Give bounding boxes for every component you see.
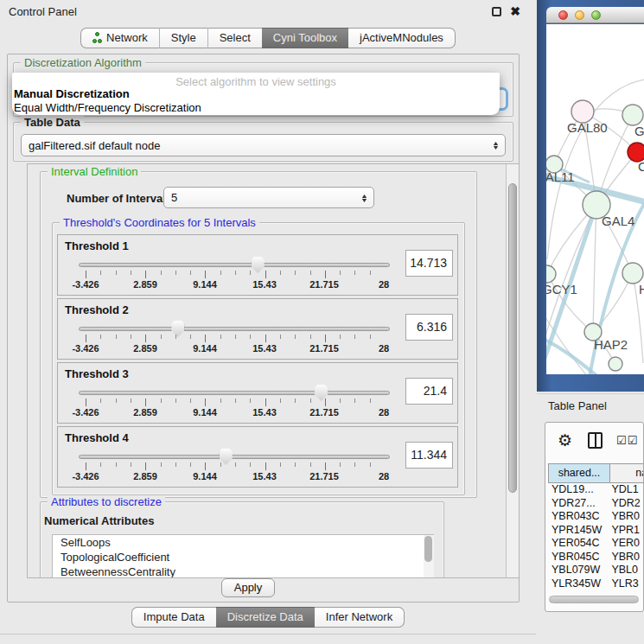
table-row[interactable]: YBL079WYBL0: [548, 564, 644, 577]
table-data-group: Table Data galFiltered.sif default node …: [13, 122, 513, 162]
tick-label: 28: [379, 471, 389, 481]
table-row[interactable]: YDL19...YDL1: [548, 483, 644, 497]
tab-network[interactable]: Network: [80, 28, 159, 48]
attributes-group: Attributes to discretize Numerical Attri…: [40, 501, 444, 578]
float-window-icon[interactable]: [492, 7, 501, 16]
threshold-label: Threshold 1: [65, 239, 129, 252]
num-intervals-combobox[interactable]: 5 ▲▼: [163, 187, 374, 208]
interval-definition-group: Interval Definition Number of Intervals …: [40, 171, 477, 498]
tab-label: Network: [106, 29, 148, 48]
group-title: Table Data: [21, 116, 84, 129]
tab-cyni-toolbox[interactable]: Cyni Toolbox: [262, 28, 348, 48]
group-title: Discretization Algorithm: [21, 56, 145, 69]
threshold-slider[interactable]: -3.4262.8599.14415.4321.71528: [79, 448, 390, 486]
threshold-label: Threshold 3: [65, 367, 129, 380]
tick-label: 28: [379, 343, 389, 354]
network-window: GAL80GACGAL11GAL4GCY1HHAP2: [537, 0, 644, 392]
network-node[interactable]: [609, 357, 622, 371]
threshold-block: Threshold 2-3.4262.8599.14415.4321.71528…: [57, 298, 458, 360]
gear-icon[interactable]: ⚙: [558, 430, 572, 450]
mac-minimize-icon[interactable]: [575, 10, 584, 20]
list-item[interactable]: TopologicalCoefficient: [53, 550, 433, 564]
table-row[interactable]: YER054CYER0: [548, 537, 644, 551]
threshold-value-field[interactable]: 11.344: [405, 442, 453, 469]
cell-name: YBL0: [611, 564, 644, 577]
table-row[interactable]: YPR145WYPR1: [548, 524, 644, 538]
list-item[interactable]: SelfLoops: [53, 535, 433, 550]
threshold-value-field[interactable]: 6.316: [405, 314, 453, 341]
vertical-scrollbar[interactable]: [506, 164, 519, 577]
tab-style[interactable]: Style: [160, 28, 207, 48]
threshold-label: Threshold 4: [65, 431, 129, 444]
table-row[interactable]: YDR27...YDR2: [548, 497, 644, 511]
tick-label: 9.144: [193, 343, 217, 354]
menu-item-equal-width-frequency[interactable]: Equal Width/Frequency Discretization: [14, 101, 201, 114]
num-intervals-label: Number of Intervals: [67, 192, 172, 205]
close-icon[interactable]: ✖: [510, 7, 520, 16]
network-node[interactable]: [546, 265, 556, 283]
tick-label: 15.43: [252, 279, 277, 290]
network-node-label: GAL11: [546, 169, 575, 184]
threshold-slider[interactable]: -3.4262.8599.14415.4321.71528: [79, 320, 390, 358]
network-window-titlebar[interactable]: [546, 7, 644, 23]
network-node[interactable]: [622, 105, 643, 125]
cell-name: YER0: [611, 537, 644, 551]
column-header-shared-name[interactable]: shared...: [548, 463, 610, 483]
tick-label: 2.859: [133, 471, 157, 481]
threshold-value-field[interactable]: 14.713: [405, 250, 453, 277]
numerical-attributes-list[interactable]: SelfLoopsTopologicalCoefficientBetweenne…: [52, 534, 434, 578]
columns-icon[interactable]: [588, 432, 603, 449]
tick-label: 9.144: [193, 407, 217, 418]
cell-shared-name: YBL079W: [548, 564, 611, 577]
tick-label: 21.715: [309, 343, 339, 354]
tick-label: 2.859: [133, 279, 157, 290]
table-rows: YDL19...YDL1YDR27...YDR2YBR043CYBR0YPR14…: [548, 483, 644, 590]
network-node-label: C: [638, 159, 644, 174]
table-row[interactable]: YBR045CYBR0: [548, 551, 644, 564]
table-row[interactable]: YBR043CYBR0: [548, 510, 644, 524]
table-header-row: shared... name: [548, 463, 644, 483]
slider-ticks-major: [86, 335, 385, 342]
cell-name: YBR0: [611, 551, 644, 564]
network-canvas[interactable]: GAL80GACGAL11GAL4GCY1HHAP2: [546, 24, 644, 374]
list-item[interactable]: BetweennessCentrality: [53, 564, 433, 578]
thresholds-group: Threshold's Coordinates for 5 Intervals …: [52, 222, 465, 495]
tab-select[interactable]: Select: [208, 28, 262, 48]
table-row[interactable]: YLR345WYLR3: [548, 577, 644, 591]
column-header-name[interactable]: name: [609, 463, 644, 483]
checkbox-checked-icon[interactable]: ☑☑: [616, 434, 638, 447]
tick-label: 9.144: [193, 471, 217, 481]
tab-label: Infer Network: [326, 608, 392, 627]
cell-name: YDL1: [611, 483, 644, 497]
combo-stepper-icon: ▲▼: [493, 141, 499, 150]
control-panel-titlebar: Control Panel ✖: [0, 0, 536, 23]
apply-button[interactable]: Apply: [221, 578, 275, 597]
threshold-block: Threshold 1-3.4262.8599.14415.4321.71528…: [57, 234, 458, 296]
tab-discretize-data[interactable]: Discretize Data: [216, 607, 315, 628]
network-icon: [92, 32, 102, 44]
list-scrollbar[interactable]: [424, 535, 434, 578]
algorithm-placeholder: Select algorithm to view settings: [12, 75, 500, 88]
tick-label: 21.715: [309, 407, 339, 418]
menu-item-manual-discretization[interactable]: Manual Discretization: [14, 87, 130, 100]
mac-close-icon[interactable]: [558, 10, 568, 20]
tab-infer-network[interactable]: Infer Network: [315, 607, 405, 628]
table-panel-title: Table Panel: [548, 399, 607, 412]
threshold-label: Threshold 2: [65, 303, 129, 316]
network-node[interactable]: [622, 263, 643, 284]
cell-shared-name: YLR345W: [548, 577, 611, 591]
horizontal-scrollbar[interactable]: [549, 596, 639, 603]
tab-impute-data[interactable]: Impute Data: [131, 607, 216, 628]
mac-zoom-icon[interactable]: [591, 10, 601, 20]
threshold-slider[interactable]: -3.4262.8599.14415.4321.71528: [79, 256, 390, 294]
threshold-slider[interactable]: -3.4262.8599.14415.4321.71528: [79, 384, 390, 422]
cell-shared-name: YER054C: [548, 537, 611, 551]
app-root: Control Panel ✖ NetworkStyleSelectCyni T…: [0, 0, 644, 644]
combo-stepper-icon: ▲▼: [361, 194, 367, 202]
table-data-combobox[interactable]: galFiltered.sif default node ▲▼: [21, 134, 506, 156]
tab-jactivemnodules[interactable]: jActiveMNodules: [348, 28, 456, 48]
divider: [0, 634, 536, 634]
threshold-value-field[interactable]: 21.4: [405, 378, 453, 405]
tab-label: Select: [220, 29, 251, 48]
scrollbar-thumb[interactable]: [508, 183, 517, 493]
